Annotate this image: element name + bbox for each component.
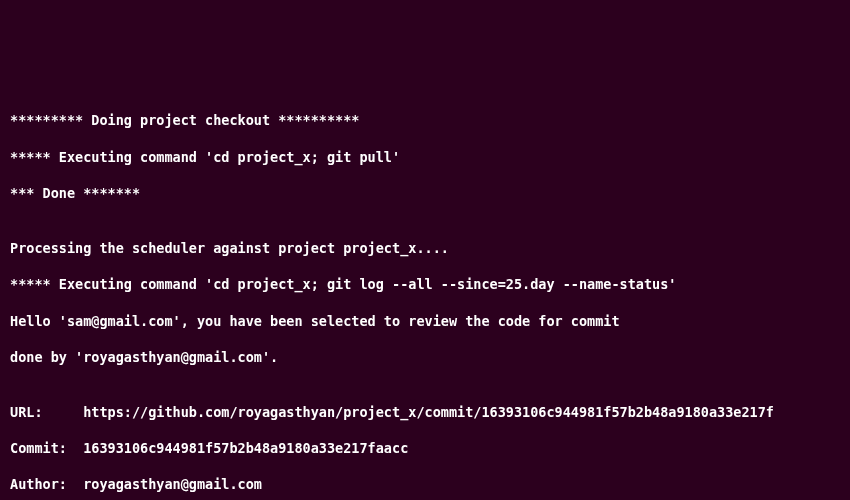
output-line: URL: https://github.com/royagasthyan/pro…	[10, 403, 840, 421]
output-line: ***** Executing command 'cd project_x; g…	[10, 275, 840, 293]
output-line: Author: royagasthyan@gmail.com	[10, 475, 840, 493]
output-line: ***** Executing command 'cd project_x; g…	[10, 148, 840, 166]
output-line: done by 'royagasthyan@gmail.com'.	[10, 348, 840, 366]
output-line: Hello 'sam@gmail.com', you have been sel…	[10, 312, 840, 330]
output-line: Commit: 16393106c944981f57b2b48a9180a33e…	[10, 439, 840, 457]
output-line: ********* Doing project checkout *******…	[10, 111, 840, 129]
output-line: *** Done *******	[10, 184, 840, 202]
output-line: Processing the scheduler against project…	[10, 239, 840, 257]
terminal-output: ********* Doing project checkout *******…	[10, 93, 840, 500]
